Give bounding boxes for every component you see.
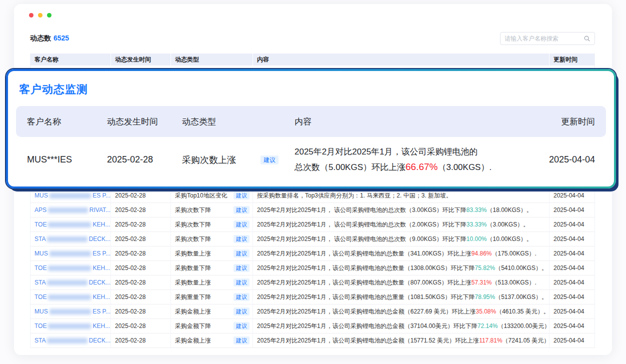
customer-name-prefix: STA xyxy=(34,337,46,344)
customer-name-cell[interactable]: TOEKEH... xyxy=(30,261,111,275)
event-type-cell: 采购Top10地区变化建议 xyxy=(171,188,253,202)
table-row[interactable]: TOEKEH... 2025-02-28 采购次数下降建议 2025年2月对比2… xyxy=(30,218,594,232)
table-row[interactable]: MUSES P... 2025-02-28 采购金额上涨建议 2025年2月对比… xyxy=(30,304,594,319)
suggestion-badge[interactable]: 建议 xyxy=(234,322,250,330)
customer-name-prefix: TOE xyxy=(34,322,46,330)
content-text: 2025年2月对比2025年1月，该公司采购锂电池的总重量（1081.50KGS… xyxy=(257,293,474,302)
event-date-cell: 2025-02-28 xyxy=(111,304,171,318)
overlay-content-line2-tail: （3.00KGS）. xyxy=(438,162,492,172)
percent-change: 57.31% xyxy=(472,279,492,286)
content-text-tail: （513.00KGS）. xyxy=(492,278,536,287)
event-type-label: 采购次数下降 xyxy=(175,220,211,229)
window-controls xyxy=(29,13,52,18)
customer-name-cell[interactable]: STADECK... xyxy=(30,334,111,348)
table-row[interactable]: TOEKEH... 2025-02-28 采购金额下降建议 2025年2月对比2… xyxy=(30,319,594,334)
suggestion-badge[interactable]: 建议 xyxy=(234,250,250,258)
overlay-event-type: 采购次数上涨 xyxy=(182,154,236,166)
update-time-cell: 2025-04-04 xyxy=(550,319,594,333)
overlay-card: 客户动态监测 客户名称 动态发生时间 动态类型 内容 更新时间 MUS***IE… xyxy=(8,71,614,186)
content-text: 2025年2月对比2025年1月，该公司采购锂电池的总金额（15771.52 美… xyxy=(257,336,479,345)
table-row[interactable]: STADECK... 2025-02-28 采购次数下降建议 2025年2月对比… xyxy=(30,232,594,246)
dynamics-count-value: 6525 xyxy=(54,34,69,42)
table-row[interactable]: TOEKEH... 2025-02-28 采购数量下降建议 2025年2月对比2… xyxy=(30,261,594,276)
content-text: 2025年2月对比2025年1月， 该公司采购锂电池的总次数（2.00KGS）环… xyxy=(257,220,466,229)
content-text-tail: （18.00KGS）。 xyxy=(486,206,532,214)
table-row[interactable]: APSRIVAT... 2025-02-28 采购次数下降建议 2025年2月对… xyxy=(30,203,594,218)
table-row[interactable]: MUSES P... 2025-02-28 采购Top10地区变化建议 按采购数… xyxy=(30,188,594,203)
content-cell: 2025年2月对比2025年1月，该公司采购锂电池的总金额（15771.52 美… xyxy=(253,334,550,348)
event-type-cell: 采购重量下降建议 xyxy=(171,290,253,304)
redacted-name-blur xyxy=(48,222,91,228)
redacted-name-blur xyxy=(47,236,87,242)
customer-search[interactable] xyxy=(500,32,595,45)
suggestion-badge[interactable]: 建议 xyxy=(234,235,250,243)
customer-name-cell[interactable]: TOEKEH... xyxy=(30,290,111,304)
event-date-cell: 2025-02-28 xyxy=(111,319,171,333)
suggestion-badge[interactable]: 建议 xyxy=(234,206,250,214)
percent-change: 10.00% xyxy=(466,236,487,242)
content-text: 2025年2月对比2025年1月，该公司采购锂电池的总金额（6227.69 美元… xyxy=(257,308,476,316)
event-type-label: 采购数量上涨 xyxy=(175,278,211,287)
customer-name-suffix: ES P... xyxy=(92,308,110,315)
overlay-header-update-time: 更新时间 xyxy=(540,116,595,128)
suggestion-badge[interactable]: 建议 xyxy=(234,278,250,286)
event-type-cell: 采购次数下降建议 xyxy=(171,203,253,217)
overlay-row[interactable]: MUS***IES 2025-02-28 采购次数上涨 建议 2025年2月对比… xyxy=(16,145,606,174)
event-date-cell: 2025-02-28 xyxy=(111,334,171,348)
suggestion-badge[interactable]: 建议 xyxy=(234,293,250,301)
redacted-name-blur xyxy=(50,309,92,314)
suggestion-badge[interactable]: 建议 xyxy=(234,336,250,344)
table-row[interactable]: STADECK... 2025-02-28 采购金额上涨建议 2025年2月对比… xyxy=(30,334,594,348)
customer-name-prefix: STA xyxy=(34,279,46,286)
percent-change: 83.33% xyxy=(466,206,487,214)
close-button[interactable] xyxy=(29,13,34,18)
event-date-cell: 2025-02-28 xyxy=(111,203,171,217)
customer-name-cell[interactable]: MUSES P... xyxy=(30,246,111,260)
event-type-label: 采购金额下降 xyxy=(175,322,211,330)
suggestion-badge[interactable]: 建议 xyxy=(234,308,250,316)
event-type-cell: 采购次数下降建议 xyxy=(171,232,253,246)
percent-change: 117.81% xyxy=(479,337,502,344)
overlay-title: 客户动态监测 xyxy=(19,82,606,97)
customer-name-cell[interactable]: STADECK... xyxy=(30,232,111,246)
table-row[interactable]: MUSES P... 2025-02-28 采购数量上涨建议 2025年2月对比… xyxy=(30,246,594,261)
content-text: 2025年2月对比2025年1月，该公司采购锂电池的总金额（37104.00美元… xyxy=(257,322,478,330)
customer-name-suffix: ES P... xyxy=(92,192,110,199)
event-type-cell: 采购金额上涨建议 xyxy=(171,334,253,348)
search-input[interactable] xyxy=(504,35,584,42)
header-customer-name: 客户名称 xyxy=(30,54,111,66)
customer-name-cell[interactable]: STADECK... xyxy=(30,276,111,290)
content-cell: 2025年2月对比2025年1月，该公司采购锂电池的总数量（341.00KGS）… xyxy=(253,246,550,260)
redacted-name-blur xyxy=(48,266,91,271)
percent-change: 33.33% xyxy=(466,221,487,228)
table-row[interactable]: STADECK... 2025-02-28 采购数量上涨建议 2025年2月对比… xyxy=(30,276,594,290)
zoom-button[interactable] xyxy=(47,13,52,18)
customer-name-cell[interactable]: MUSES P... xyxy=(30,304,111,318)
redacted-name-blur xyxy=(48,208,88,213)
customer-name-prefix: MUS xyxy=(34,192,48,199)
content-text-tail: （175.00KGS）. xyxy=(492,250,536,258)
customer-name-suffix: KEH... xyxy=(92,221,110,228)
event-type-cell: 采购数量下降建议 xyxy=(171,261,253,275)
event-type-label: 采购数量下降 xyxy=(175,264,211,272)
customer-name-cell[interactable]: MUSES P... xyxy=(30,188,111,202)
customer-name-cell[interactable]: TOEKEH... xyxy=(30,218,111,232)
content-text: 按采购数量排名，Top3供应商分别为：1. 马来西亚；2. 中国；3. 新加坡。 xyxy=(257,192,452,200)
customer-name-suffix: DECK... xyxy=(89,337,110,344)
suggestion-badge[interactable]: 建议 xyxy=(234,192,250,200)
content-cell: 2025年2月对比2025年1月，该公司采购锂电池的总金额（37104.00美元… xyxy=(253,319,550,333)
customer-name-prefix: MUS xyxy=(34,308,48,315)
table-row[interactable]: TOEKEH... 2025-02-28 采购重量下降建议 2025年2月对比2… xyxy=(30,290,594,304)
overlay-suggestion-badge[interactable]: 建议 xyxy=(260,156,278,164)
overlay-header-event-time: 动态发生时间 xyxy=(107,116,182,128)
update-time-cell: 2025-04-04 xyxy=(550,246,594,260)
customer-name-cell[interactable]: APSRIVAT... xyxy=(30,203,111,217)
suggestion-badge[interactable]: 建议 xyxy=(234,264,250,272)
event-type-cell: 采购金额下降建议 xyxy=(171,319,253,333)
content-text-tail: （10.00KGS）。 xyxy=(486,235,532,244)
content-text-tail: （133200.00美元）。 xyxy=(498,322,550,330)
suggestion-badge[interactable]: 建议 xyxy=(234,220,250,228)
search-icon[interactable] xyxy=(584,35,590,42)
customer-name-cell[interactable]: TOEKEH... xyxy=(30,319,111,333)
minimize-button[interactable] xyxy=(38,13,42,18)
